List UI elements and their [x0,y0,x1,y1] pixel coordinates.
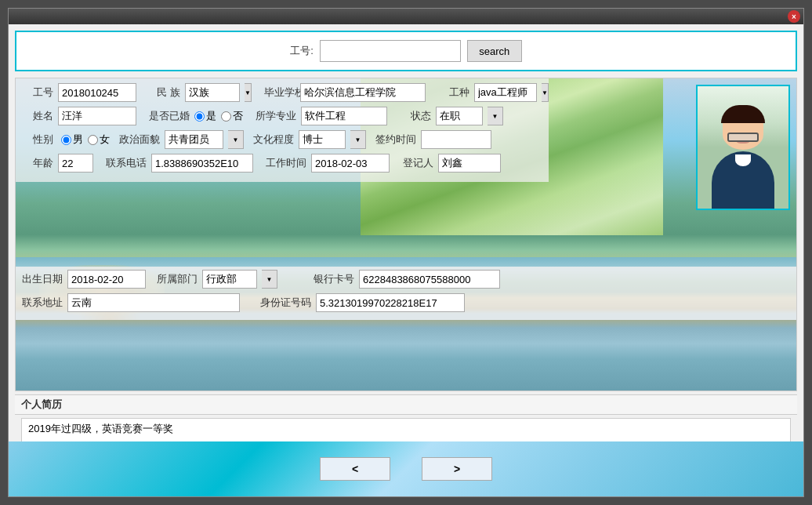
form-row-1: 工号 民 族 ▼ 毕业学校 工种 ▼ [22,83,542,102]
main-window: × 工号: search [8,8,804,497]
avatar-hair [721,105,765,123]
resume-section-title: 个人简历 [15,394,797,415]
avatar-collar [735,154,751,166]
name-label: 姓名 [22,109,53,123]
status-label: 状态 [400,109,431,123]
search-input[interactable] [320,40,461,62]
avatar-mouth [737,140,749,144]
age-label: 年龄 [22,156,53,170]
phone-label: 联系电话 [106,156,147,170]
status-dropdown-arrow[interactable]: ▼ [488,107,503,125]
avatar-head [723,120,763,151]
birth-date-label: 出生日期 [22,272,63,286]
bottom-form-area: 出生日期 所属部门 ▼ 银行卡号 联系地址 身份证号码 [16,267,796,320]
political-dropdown-arrow[interactable]: ▼ [228,130,244,149]
id-card-input[interactable] [316,293,465,312]
gender-female-radio-input[interactable] [88,135,98,145]
age-input[interactable] [58,154,93,173]
job-type-dropdown-arrow[interactable]: ▼ [542,83,549,102]
recorder-label: 登记人 [402,156,433,170]
search-id-label: 工号: [290,44,314,58]
birth-date-input[interactable] [67,270,146,289]
job-type-label: 工种 [438,85,469,100]
avatar-body [712,151,774,209]
form-row-5: 出生日期 所属部门 ▼ 银行卡号 [22,270,790,289]
form-overlay: 工号 民 族 ▼ 毕业学校 工种 ▼ 姓名 是否已婚 [16,78,549,182]
department-dropdown-arrow[interactable]: ▼ [262,270,277,289]
major-label: 所学专业 [256,109,296,123]
sign-time-input[interactable] [421,130,491,149]
married-no-radio[interactable]: 否 [221,109,243,123]
search-button[interactable]: search [467,40,522,62]
political-label: 政治面貌 [119,133,160,147]
department-input[interactable] [202,270,257,289]
avatar-figure [708,99,778,209]
employee-id-label: 工号 [22,85,53,100]
gender-female-label: 女 [100,133,110,147]
gender-radio-group: 男 女 [61,133,110,147]
sign-time-label: 签约时间 [375,133,416,147]
content-area: 工号 民 族 ▼ 毕业学校 工种 ▼ 姓名 是否已婚 [15,78,797,391]
married-yes-radio[interactable]: 是 [194,109,216,123]
major-input[interactable] [301,107,387,125]
phone-input[interactable] [151,154,253,173]
form-row-2: 姓名 是否已婚 是 否 所学专业 状态 [22,107,542,125]
married-no-radio-input[interactable] [221,111,231,122]
married-radio-group: 是 否 [194,109,243,123]
gender-male-label: 男 [73,133,83,147]
search-bar: 工号: search [15,31,797,71]
ethnicity-input[interactable] [185,83,240,102]
graduation-input[interactable] [300,83,426,102]
ethnicity-label: 民 族 [149,85,180,100]
name-input[interactable] [58,107,136,125]
prev-button[interactable]: < [320,457,390,481]
employee-id-input[interactable] [58,83,136,102]
bank-card-label: 银行卡号 [314,272,354,286]
form-row-4: 年龄 联系电话 工作时间 登记人 [22,154,542,173]
photo-area [696,85,790,210]
bank-card-input[interactable] [359,270,500,289]
next-button[interactable]: > [422,457,492,481]
married-label: 是否已婚 [149,109,190,123]
recorder-input[interactable] [438,154,501,173]
title-bar: × [9,9,803,24]
close-button[interactable]: × [788,10,800,23]
form-row-6: 联系地址 身份证号码 [22,293,790,312]
education-input[interactable] [299,130,346,149]
department-label: 所属部门 [157,272,198,286]
address-label: 联系地址 [22,296,63,310]
gender-male-radio[interactable]: 男 [61,133,83,147]
married-yes-label: 是 [206,109,216,123]
work-time-input[interactable] [311,154,390,173]
work-time-label: 工作时间 [266,156,306,170]
married-no-label: 否 [233,109,243,123]
status-input[interactable] [436,107,483,125]
id-card-label: 身份证号码 [260,296,311,310]
married-yes-radio-input[interactable] [194,111,205,122]
gender-male-radio-input[interactable] [61,135,71,145]
gender-female-radio[interactable]: 女 [88,133,110,147]
education-label: 文化程度 [253,133,294,147]
job-type-input[interactable] [474,83,537,102]
ethnicity-dropdown-arrow[interactable]: ▼ [245,83,252,102]
address-input[interactable] [67,293,240,312]
political-input[interactable] [165,130,223,149]
education-dropdown-arrow[interactable]: ▼ [350,130,366,149]
gender-label: 性别 [22,133,53,147]
bottom-navigation: < > [9,441,803,496]
graduation-label: 毕业学校 [264,85,295,100]
form-row-3: 性别 男 女 政治面貌 ▼ 文化程度 ▼ [22,130,542,149]
avatar-background [698,86,788,209]
